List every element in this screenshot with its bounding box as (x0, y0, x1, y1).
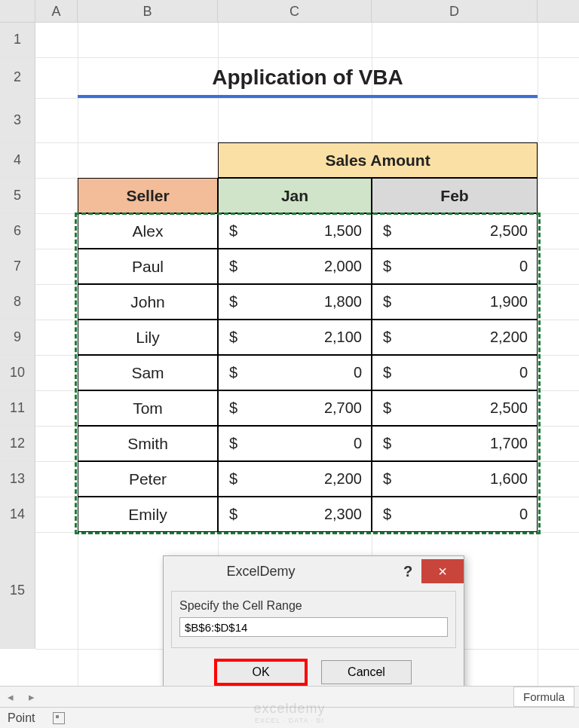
amount-value: 2,500 (490, 399, 528, 417)
seller-cell[interactable]: Smith (78, 426, 218, 461)
row-header-5[interactable]: 5 (0, 178, 35, 213)
row-header-12[interactable]: 12 (0, 426, 35, 461)
feb-cell[interactable]: $2,500 (372, 390, 538, 426)
close-button[interactable]: × (421, 559, 464, 583)
table-row: Lily$2,100$2,200 (78, 320, 538, 355)
range-input[interactable] (179, 617, 448, 637)
amount-value: 0 (519, 506, 528, 523)
amount-value: 2,200 (324, 470, 362, 488)
amount-value: 2,700 (324, 399, 362, 417)
table-row: Sam$0$0 (78, 355, 538, 390)
amount-value: 1,800 (324, 293, 362, 310)
jan-cell[interactable]: $1,500 (218, 213, 372, 249)
feb-cell[interactable]: $2,200 (372, 320, 538, 355)
sheet-tab[interactable]: Formula (513, 687, 574, 707)
dialog-body: Specify the Cell Range (171, 591, 456, 648)
amount-value: 2,500 (490, 222, 528, 240)
amount-value: 0 (354, 364, 362, 381)
tab-nav-prev[interactable]: ◂ (0, 690, 21, 704)
currency-symbol: $ (229, 293, 237, 310)
row-header-11[interactable]: 11 (0, 390, 35, 426)
row-header-6[interactable]: 6 (0, 213, 35, 249)
amount-value: 1,900 (490, 293, 528, 310)
page-title: Application of VBA (78, 57, 538, 98)
help-button[interactable]: ? (394, 563, 421, 580)
jan-cell[interactable]: $2,700 (218, 390, 372, 426)
amount-value: 2,000 (324, 258, 362, 275)
header-feb: Feb (372, 178, 538, 213)
header-jan: Jan (218, 178, 372, 213)
feb-cell[interactable]: $0 (372, 497, 538, 532)
amount-value: 0 (519, 364, 528, 381)
seller-cell[interactable]: John (78, 284, 218, 320)
column-header-B[interactable]: B (78, 0, 218, 22)
column-header-C[interactable]: C (218, 0, 372, 22)
seller-cell[interactable]: Sam (78, 355, 218, 390)
column-header-A[interactable]: A (35, 0, 78, 22)
table-row: Smith$0$1,700 (78, 426, 538, 461)
amount-value: 2,300 (324, 506, 362, 523)
header-sales-amount: Sales Amount (218, 142, 538, 178)
currency-symbol: $ (229, 470, 237, 488)
sheet-tab-strip: ◂ ▸ Formula (0, 686, 579, 707)
feb-cell[interactable]: $0 (372, 355, 538, 390)
macro-recorder-icon[interactable] (53, 712, 65, 724)
seller-cell[interactable]: Paul (78, 249, 218, 284)
feb-cell[interactable]: $1,700 (372, 426, 538, 461)
currency-symbol: $ (383, 506, 391, 523)
select-all-corner[interactable] (0, 0, 35, 22)
cancel-button[interactable]: Cancel (321, 660, 412, 684)
currency-symbol: $ (229, 506, 237, 523)
row-header-10[interactable]: 10 (0, 355, 35, 390)
tab-nav-next[interactable]: ▸ (21, 690, 42, 704)
jan-cell[interactable]: $2,300 (218, 497, 372, 532)
jan-cell[interactable]: $2,100 (218, 320, 372, 355)
jan-cell[interactable]: $1,800 (218, 284, 372, 320)
row-header-3[interactable]: 3 (0, 98, 35, 142)
amount-value: 1,500 (324, 222, 362, 240)
feb-cell[interactable]: $0 (372, 249, 538, 284)
table-row: Peter$2,200$1,600 (78, 461, 538, 497)
row-header-14[interactable]: 14 (0, 497, 35, 532)
jan-cell[interactable]: $0 (218, 355, 372, 390)
amount-value: 1,700 (490, 435, 528, 452)
feb-cell[interactable]: $1,600 (372, 461, 538, 497)
row-header-13[interactable]: 13 (0, 461, 35, 497)
header-seller: Seller (78, 178, 218, 213)
row-header-7[interactable]: 7 (0, 249, 35, 284)
worksheet-area: A B C D 123456789101112131415 Applicatio… (0, 0, 579, 686)
jan-cell[interactable]: $0 (218, 426, 372, 461)
row-header-8[interactable]: 8 (0, 284, 35, 320)
currency-symbol: $ (383, 222, 391, 240)
amount-value: 2,100 (324, 329, 362, 346)
dialog-title: ExcelDemy (127, 564, 394, 580)
row-header-15[interactable]: 15 (0, 532, 35, 649)
seller-cell[interactable]: Lily (78, 320, 218, 355)
table-row: Alex$1,500$2,500 (78, 213, 538, 249)
row-header-2[interactable]: 2 (0, 57, 35, 98)
jan-cell[interactable]: $2,200 (218, 461, 372, 497)
row-header-9[interactable]: 9 (0, 320, 35, 355)
seller-cell[interactable]: Emily (78, 497, 218, 532)
jan-cell[interactable]: $2,000 (218, 249, 372, 284)
currency-symbol: $ (229, 329, 237, 346)
blank-header (78, 142, 218, 178)
data-table: Sales Amount Seller Jan Feb Alex$1,500$2… (78, 142, 538, 532)
feb-cell[interactable]: $2,500 (372, 213, 538, 249)
currency-symbol: $ (383, 470, 391, 488)
status-bar: Point (0, 707, 579, 728)
seller-cell[interactable]: Peter (78, 461, 218, 497)
row-header-column: 123456789101112131415 (0, 23, 35, 649)
feb-cell[interactable]: $1,900 (372, 284, 538, 320)
dialog-titlebar[interactable]: ExcelDemy ? × (164, 556, 464, 586)
column-header-row: A B C D (0, 0, 579, 23)
seller-cell[interactable]: Alex (78, 213, 218, 249)
currency-symbol: $ (383, 435, 391, 452)
row-header-1[interactable]: 1 (0, 23, 35, 57)
currency-symbol: $ (229, 435, 237, 452)
seller-cell[interactable]: Tom (78, 390, 218, 426)
column-header-D[interactable]: D (372, 0, 538, 22)
ok-button[interactable]: OK (216, 660, 306, 684)
dialog-label: Specify the Cell Range (179, 599, 448, 613)
row-header-4[interactable]: 4 (0, 142, 35, 178)
